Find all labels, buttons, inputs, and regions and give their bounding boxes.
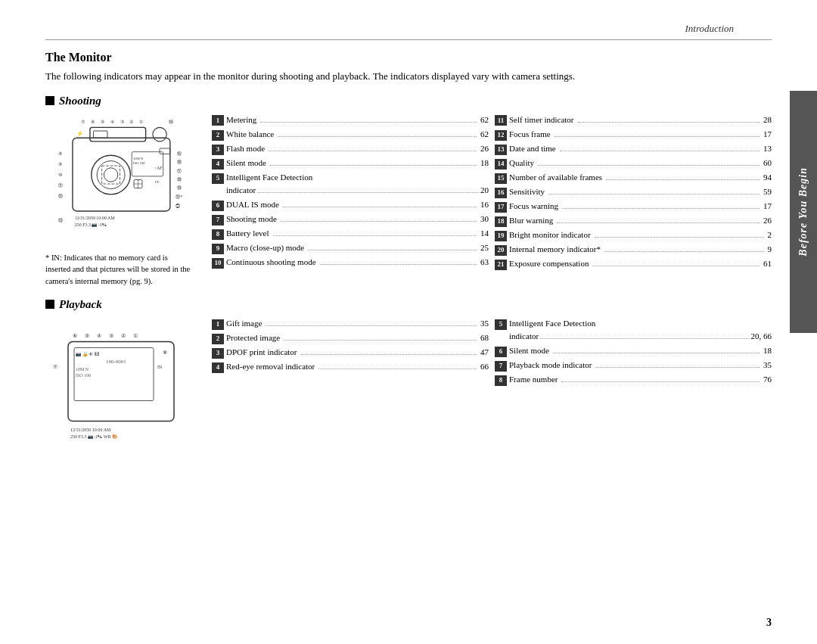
- item-page: 60: [763, 157, 772, 170]
- item-label: Protected image: [226, 331, 280, 344]
- playback-heading: Playback: [45, 298, 772, 311]
- item-label: Focus warning: [509, 200, 558, 213]
- item-page: 26: [480, 142, 489, 155]
- item-label: Playback mode indicator: [509, 359, 592, 372]
- svg-text:⑫: ⑫: [59, 192, 64, 198]
- item-page: 2: [768, 229, 772, 241]
- item-number: 1: [212, 115, 224, 126]
- svg-text:①: ①: [133, 332, 138, 338]
- item-page: 62: [480, 114, 489, 126]
- list-item: 11Self timer indicator28: [495, 114, 772, 126]
- item-label: DUAL IS mode: [226, 198, 279, 211]
- item-page: 16: [480, 198, 489, 211]
- item-page: 66: [480, 360, 489, 373]
- item-page: 30: [480, 213, 489, 226]
- item-number: 6: [495, 347, 507, 357]
- svg-text:ISO 100: ISO 100: [133, 161, 145, 165]
- svg-text:12/31/2050  10:00 AM: 12/31/2050 10:00 AM: [70, 427, 111, 431]
- item-number: 2: [212, 334, 224, 344]
- item-label: Quality: [509, 157, 534, 170]
- item-number: 19: [495, 231, 507, 241]
- list-item: 4Silent mode18: [212, 157, 489, 170]
- item-number: 3: [212, 145, 224, 155]
- item-page: 59: [763, 185, 772, 198]
- svg-text:12/31/2050  10:00 AM: 12/31/2050 10:00 AM: [75, 216, 116, 220]
- item-page: 61: [763, 257, 772, 270]
- list-item: 2White balance62: [212, 128, 489, 141]
- item-number: 20: [495, 245, 507, 256]
- list-item: 9Macro (close-up) mode25: [212, 241, 489, 254]
- list-item: 13Date and time13: [495, 142, 772, 155]
- item-label: Sensitivity: [509, 185, 545, 198]
- item-label: Metering: [226, 114, 256, 126]
- svg-text:③: ③: [109, 332, 113, 338]
- side-tab: Before You Begin: [790, 91, 817, 333]
- svg-text:↑AF: ↑AF: [155, 165, 163, 170]
- item-number: 3: [212, 348, 224, 359]
- item-label: Bright monitor indicator: [509, 229, 591, 241]
- svg-point-7: [153, 127, 166, 141]
- item-number: 4: [212, 362, 224, 373]
- item-label: Internal memory indicator*: [509, 243, 601, 256]
- svg-text:100-0001: 100-0001: [106, 358, 126, 364]
- list-item: 5Intelligent Face Detectionindicator20: [212, 171, 489, 197]
- item-label: White balance: [226, 128, 274, 141]
- svg-text:⑱: ⑱: [177, 176, 182, 182]
- shooting-diagram: ⚡ 10M N ISO 100 ↑AF UP 12/31/2050: [45, 114, 204, 288]
- svg-text:⑧: ⑧: [59, 151, 63, 156]
- item-label: Gift image: [226, 317, 262, 330]
- item-number: 2: [212, 130, 224, 141]
- svg-text:250   F3.3  📷 -1⅔  WB 🎨: 250 F3.3 📷 -1⅔ WB 🎨: [70, 433, 118, 439]
- item-label: Number of available frames: [509, 171, 602, 184]
- svg-text:⚡: ⚡: [76, 130, 84, 137]
- svg-text:⑲: ⑲: [177, 185, 182, 190]
- item-label: Frame number: [509, 373, 558, 386]
- intro-text: The following indicators may appear in t…: [45, 69, 711, 84]
- item-number: 15: [495, 173, 507, 184]
- item-label: Silent mode: [226, 157, 266, 170]
- item-page: 35: [763, 359, 772, 372]
- svg-text:①: ①: [139, 118, 143, 123]
- shooting-col1: 1Metering622White balance623Flash mode26…: [212, 114, 489, 288]
- shooting-footnote: * IN: Indicates that no memory card is i…: [45, 252, 193, 288]
- playback-diagram: 100-0001 10M N ISO 100 📷 🔒 👁 🎞 12/31/205…: [45, 317, 204, 453]
- list-item: 2Protected image68: [212, 331, 489, 344]
- svg-text:⑧: ⑧: [163, 349, 167, 355]
- item-number: 7: [495, 361, 507, 372]
- item-page: 17: [763, 200, 772, 213]
- item-label: Red-eye removal indicator: [226, 360, 315, 373]
- svg-text:⑤: ⑤: [85, 332, 89, 338]
- svg-text:⑥: ⑥: [91, 118, 95, 123]
- item-label: Silent mode: [509, 344, 549, 357]
- item-number: 4: [212, 159, 224, 170]
- item-number: 5: [495, 319, 507, 330]
- list-item: 19Bright monitor indicator2: [495, 229, 772, 241]
- item-label: Shooting mode: [226, 213, 277, 226]
- item-page: 35: [480, 317, 489, 330]
- shooting-items-area: 1Metering622White balance623Flash mode26…: [212, 114, 772, 288]
- list-item: 3DPOF print indicator47: [212, 346, 489, 359]
- list-item: 18Blur warning26: [495, 214, 772, 227]
- list-item: 4Red-eye removal indicator66: [212, 360, 489, 373]
- shooting-diagram-svg: ⚡ 10M N ISO 100 ↑AF UP 12/31/2050: [45, 114, 204, 246]
- svg-text:⑳*: ⑳*: [176, 194, 182, 199]
- item-label: Blur warning: [509, 214, 553, 227]
- svg-text:⑩: ⑩: [59, 171, 63, 176]
- playback-section: 100-0001 10M N ISO 100 📷 🔒 👁 🎞 12/31/205…: [45, 317, 772, 453]
- item-number: 21: [495, 260, 507, 270]
- item-number: 7: [212, 215, 224, 226]
- item-page: 28: [763, 114, 772, 126]
- svg-point-4: [104, 167, 117, 181]
- list-item: 1Metering62: [212, 114, 489, 126]
- list-item: 3Flash mode26: [212, 142, 489, 155]
- item-page: 76: [763, 373, 772, 386]
- item-page: 18: [480, 157, 489, 170]
- item-label: DPOF print indicator: [226, 346, 297, 359]
- item-page: 13: [763, 142, 772, 155]
- svg-text:ISO 100: ISO 100: [76, 372, 91, 377]
- playback-diagram-svg: 100-0001 10M N ISO 100 📷 🔒 👁 🎞 12/31/205…: [45, 317, 204, 450]
- svg-text:⑥: ⑥: [73, 332, 77, 338]
- list-item: 1Gift image35: [212, 317, 489, 330]
- item-number: 1: [212, 319, 224, 330]
- list-item: 6DUAL IS mode16: [212, 198, 489, 211]
